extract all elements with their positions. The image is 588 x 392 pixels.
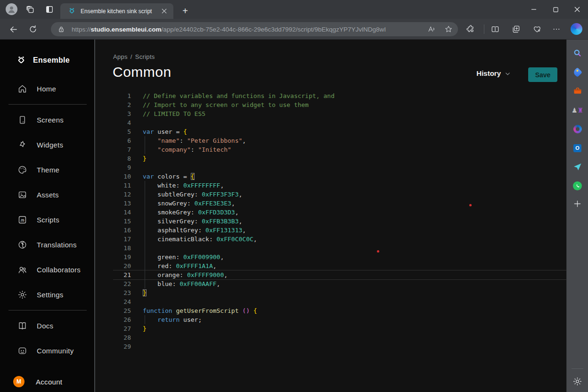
code-line-17[interactable]: 17 cinematicBlack: 0xFF0C0C0C, (113, 235, 566, 244)
code-line-18[interactable]: 18 (113, 244, 566, 253)
code-line-26[interactable]: 26 return user; (113, 315, 566, 324)
code-line-20[interactable]: 20 red: 0xFFFF1A1A, (113, 261, 566, 270)
line-number[interactable]: 10 (113, 172, 131, 181)
code-line-29[interactable]: 29 (113, 342, 566, 351)
breadcrumb-scripts[interactable]: Scripts (135, 53, 155, 60)
code-line-3[interactable]: 3// LIMITED TO ES5 (113, 109, 566, 118)
sidebar-item-assets[interactable]: Assets (0, 182, 95, 207)
sidebar-item-docs[interactable]: Docs (0, 313, 95, 338)
line-number[interactable]: 11 (113, 181, 131, 190)
line-number[interactable]: 13 (113, 199, 131, 208)
code-line-25[interactable]: 25function getUserFromScript () { (113, 306, 566, 315)
tools-icon[interactable] (571, 84, 585, 98)
drop-icon[interactable] (571, 160, 585, 174)
shopping-icon[interactable] (571, 65, 585, 79)
extensions-icon[interactable] (465, 24, 476, 35)
workspaces-icon[interactable] (24, 4, 36, 15)
history-dropdown[interactable]: History (476, 69, 511, 77)
games-icon[interactable]: ♟♜ (571, 103, 585, 117)
collections-icon[interactable] (510, 24, 522, 35)
copilot-icon[interactable] (571, 23, 582, 35)
code-line-15[interactable]: 15 silverGrey: 0xFFB3B3B3, (113, 217, 566, 226)
line-number[interactable]: 8 (113, 154, 131, 163)
profile-avatar-icon[interactable] (6, 3, 17, 15)
read-aloud-icon[interactable] (427, 24, 436, 34)
code-line-16[interactable]: 16 asphaltGrey: 0xFF131313, (113, 226, 566, 235)
window-close-button[interactable] (566, 0, 588, 19)
sidebar-item-home[interactable]: Home (0, 76, 95, 101)
line-number[interactable]: 24 (113, 297, 131, 306)
line-number[interactable]: 29 (113, 342, 131, 351)
window-minimize-button[interactable] (523, 0, 545, 19)
address-bar[interactable]: https://studio.ensembleui.com/app/e24402… (51, 22, 458, 36)
line-number[interactable]: 28 (113, 333, 131, 342)
refresh-icon[interactable] (27, 24, 39, 35)
line-number[interactable]: 12 (113, 190, 131, 199)
line-number[interactable]: 20 (113, 261, 131, 270)
sidebar-settings-gear-icon[interactable] (571, 374, 585, 388)
line-number[interactable]: 18 (113, 244, 131, 253)
breadcrumb[interactable]: Apps/Scripts (113, 53, 158, 60)
line-number[interactable]: 9 (113, 163, 131, 172)
code-line-8[interactable]: 8} (113, 154, 566, 163)
new-tab-button[interactable]: + (179, 5, 191, 17)
line-number[interactable]: 7 (113, 145, 131, 154)
line-number[interactable]: 25 (113, 306, 131, 315)
customize-sidebar-plus-icon[interactable] (571, 196, 585, 211)
sidebar-item-collaborators[interactable]: Collaborators (0, 257, 95, 282)
code-line-12[interactable]: 12 subtleGrey: 0xFFF3F3F3, (113, 190, 566, 199)
sidebar-item-settings[interactable]: Settings (0, 282, 95, 307)
line-number[interactable]: 2 (113, 100, 131, 109)
tab-close-icon[interactable] (159, 7, 169, 16)
split-screen-icon[interactable] (490, 24, 501, 35)
whatsapp-icon[interactable] (571, 179, 585, 193)
browser-tab[interactable]: Ensemble kitchen sink script (60, 3, 173, 19)
microsoft-365-icon[interactable] (571, 122, 585, 136)
code-line-2[interactable]: 2// Import to any screen or widget to us… (113, 100, 566, 109)
sidebar-item-scripts[interactable]: JSScripts (0, 207, 95, 232)
search-icon[interactable] (571, 46, 585, 60)
code-line-6[interactable]: 6 "name": "Peter Gibbons", (113, 136, 566, 145)
line-number[interactable]: 6 (113, 136, 131, 145)
sidebar-item-widgets[interactable]: Widgets (0, 132, 95, 157)
line-number[interactable]: 21 (113, 270, 131, 279)
save-button[interactable]: Save (528, 67, 557, 82)
code-line-13[interactable]: 13 snowGrey: 0xFFE3E3E3, (113, 199, 566, 208)
code-line-24[interactable]: 24 (113, 297, 566, 306)
line-number[interactable]: 17 (113, 235, 131, 244)
browser-essentials-icon[interactable] (531, 24, 543, 35)
more-options-icon[interactable] (551, 24, 562, 35)
code-line-21[interactable]: 21 orange: 0xFFFF9000, (113, 270, 566, 279)
code-line-19[interactable]: 19 green: 0xFF009900, (113, 253, 566, 261)
line-number[interactable]: 15 (113, 217, 131, 226)
sidebar-item-community[interactable]: Community (0, 338, 95, 363)
outlook-icon[interactable]: O (571, 141, 585, 155)
url-text[interactable]: https://studio.ensembleui.com/app/e24402… (72, 26, 427, 33)
code-line-22[interactable]: 22 blue: 0xFF00AAFF, (113, 279, 566, 288)
code-line-14[interactable]: 14 smokeGrey: 0xFFD3D3D3, (113, 208, 566, 217)
breadcrumb-apps[interactable]: Apps (113, 53, 128, 60)
line-number[interactable]: 26 (113, 315, 131, 324)
sidebar-item-translations[interactable]: Translations (0, 232, 95, 257)
lock-icon[interactable] (57, 25, 67, 33)
line-number[interactable]: 5 (113, 127, 131, 136)
window-maximize-button[interactable] (545, 0, 566, 19)
line-number[interactable]: 27 (113, 324, 131, 333)
sidebar-item-account[interactable]: M Account (13, 376, 62, 387)
code-line-11[interactable]: 11 white: 0xFFFFFFFF, (113, 181, 566, 190)
code-line-7[interactable]: 7 "company": "Initech" (113, 145, 566, 154)
line-number[interactable]: 3 (113, 109, 131, 118)
code-line-5[interactable]: 5var user = { (113, 127, 566, 136)
back-icon[interactable] (8, 24, 19, 35)
code-editor[interactable]: 1// Define variables and functions in Ja… (113, 91, 566, 351)
code-line-4[interactable]: 4 (113, 118, 566, 127)
tab-actions-icon[interactable] (44, 4, 55, 15)
line-number[interactable]: 16 (113, 226, 131, 235)
code-line-23[interactable]: 23} (113, 288, 566, 297)
code-line-28[interactable]: 28 (113, 333, 566, 342)
code-line-1[interactable]: 1// Define variables and functions in Ja… (113, 91, 566, 100)
favorite-star-icon[interactable] (444, 24, 453, 34)
code-line-10[interactable]: 10var colors = { (113, 172, 566, 181)
line-number[interactable]: 22 (113, 279, 131, 288)
line-number[interactable]: 14 (113, 208, 131, 217)
